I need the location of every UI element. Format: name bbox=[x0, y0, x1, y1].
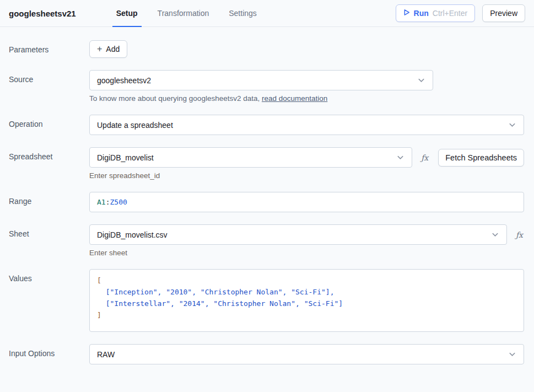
tab-transformation[interactable]: Transformation bbox=[154, 0, 213, 27]
source-label: Source bbox=[9, 70, 89, 84]
tab-setup[interactable]: Setup bbox=[112, 0, 142, 27]
fetch-spreadsheets-label: Fetch Spreadsheets bbox=[445, 153, 517, 162]
input-options-select[interactable]: RAW bbox=[89, 344, 524, 364]
tab-settings[interactable]: Settings bbox=[225, 0, 261, 27]
play-icon bbox=[403, 9, 410, 18]
values-code-line: ["Inception", "2010", "Christopher Nolan… bbox=[97, 286, 516, 298]
run-button[interactable]: Run Ctrl+Enter bbox=[396, 4, 476, 22]
operation-label: Operation bbox=[9, 115, 89, 128]
sheet-helper-text: Enter sheet bbox=[89, 249, 524, 257]
source-helper-prefix: To know more about querying googlesheets… bbox=[89, 94, 262, 103]
run-shortcut-hint: Ctrl+Enter bbox=[433, 9, 467, 18]
chevron-down-icon bbox=[508, 121, 516, 129]
range-label: Range bbox=[9, 192, 89, 206]
fx-icon[interactable]: ƒx bbox=[516, 230, 523, 239]
query-header: googlesheetsv21 Setup Transformation Set… bbox=[0, 0, 534, 27]
range-value-start: A1 bbox=[97, 198, 106, 206]
operation-select[interactable]: Update a spreadsheet bbox=[89, 115, 524, 135]
parameters-row: Parameters + Add bbox=[9, 40, 524, 58]
chevron-down-icon bbox=[396, 153, 404, 162]
fetch-spreadsheets-button[interactable]: Fetch Spreadsheets bbox=[438, 149, 524, 167]
spreadsheet-helper-text: Enter spreadsheet_id bbox=[89, 171, 524, 180]
preview-button[interactable]: Preview bbox=[482, 4, 525, 22]
chevron-down-icon bbox=[491, 230, 499, 239]
range-input[interactable]: A1:Z500 bbox=[89, 192, 524, 212]
sheet-select[interactable]: DigiDB_movelist.csv bbox=[89, 224, 507, 245]
header-actions: Run Ctrl+Enter Preview bbox=[396, 4, 525, 22]
header-tabs: Setup Transformation Settings bbox=[112, 0, 273, 27]
source-select[interactable]: googlesheetsv2 bbox=[89, 70, 433, 90]
plus-icon: + bbox=[97, 45, 102, 53]
values-label: Values bbox=[9, 269, 89, 283]
input-options-row: Input Options RAW bbox=[9, 344, 524, 364]
values-code-line: ["Interstellar", "2014", "Christopher No… bbox=[97, 298, 516, 309]
parameters-label: Parameters bbox=[9, 40, 89, 54]
run-button-label: Run bbox=[414, 9, 429, 18]
query-title: googlesheetsv21 bbox=[9, 9, 76, 18]
range-value-colon: : bbox=[106, 198, 110, 206]
sheet-label: Sheet bbox=[9, 224, 89, 238]
input-options-select-value: RAW bbox=[97, 350, 504, 359]
spreadsheet-row: Spreadsheet DigiDB_movelist ƒx Fetch Spr… bbox=[9, 147, 524, 180]
values-code-line: [ bbox=[97, 275, 516, 286]
values-code-line: ] bbox=[97, 309, 516, 321]
add-button-label: Add bbox=[106, 45, 120, 53]
fx-icon[interactable]: ƒx bbox=[421, 153, 428, 162]
chevron-down-icon bbox=[417, 76, 425, 84]
source-select-value: googlesheetsv2 bbox=[97, 76, 413, 85]
source-helper-text: To know more about querying googlesheets… bbox=[89, 94, 524, 103]
spreadsheet-select-value: DigiDB_movelist bbox=[97, 153, 392, 162]
source-row: Source googlesheetsv2 To know more about… bbox=[9, 70, 524, 103]
add-parameter-button[interactable]: + Add bbox=[89, 40, 127, 58]
sheet-row: Sheet DigiDB_movelist.csv ƒx Enter sheet bbox=[9, 224, 524, 257]
range-value-end: Z500 bbox=[110, 198, 127, 206]
preview-button-label: Preview bbox=[490, 9, 517, 18]
spreadsheet-select[interactable]: DigiDB_movelist bbox=[89, 147, 412, 168]
spreadsheet-label: Spreadsheet bbox=[9, 147, 89, 161]
operation-row: Operation Update a spreadsheet bbox=[9, 115, 524, 135]
sheet-select-value: DigiDB_movelist.csv bbox=[97, 230, 487, 239]
operation-select-value: Update a spreadsheet bbox=[97, 121, 504, 130]
input-options-label: Input Options bbox=[9, 344, 89, 358]
read-documentation-link[interactable]: read documentation bbox=[262, 94, 327, 103]
values-code-editor[interactable]: [ ["Inception", "2010", "Christopher Nol… bbox=[89, 269, 524, 332]
chevron-down-icon bbox=[508, 350, 516, 358]
values-row: Values [ ["Inception", "2010", "Christop… bbox=[9, 269, 524, 332]
range-row: Range A1:Z500 bbox=[9, 192, 524, 212]
query-form: Parameters + Add Source googlesheetsv2 T… bbox=[0, 27, 534, 364]
